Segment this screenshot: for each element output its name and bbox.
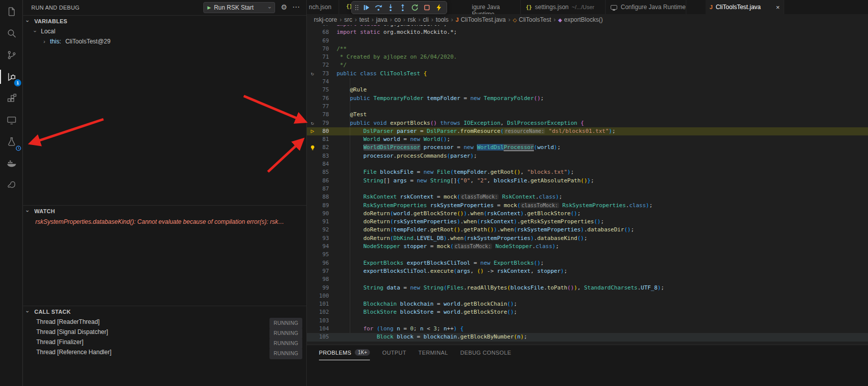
breakpoint-gutter[interactable] — [307, 210, 318, 218]
code-line-105[interactable]: 105 Block block = blockchain.getBlockByN… — [307, 333, 868, 341]
stop-button[interactable] — [421, 2, 432, 13]
breadcrumb-item[interactable]: rskj-core — [314, 16, 337, 23]
breakpoint-gutter[interactable] — [307, 267, 318, 275]
panel-tab-terminal[interactable]: TERMINAL — [418, 345, 448, 360]
watch-expression[interactable]: rskSystemProperties.databaseKind(): Cann… — [23, 217, 306, 227]
call-stack-header[interactable]: › CALL STACK — [23, 306, 306, 317]
code-line-77[interactable]: 77 — [307, 103, 868, 111]
lightbulb-icon[interactable] — [307, 143, 318, 152]
code-line-68[interactable]: 68import static org.mockito.Mockito.*; — [307, 28, 868, 36]
breakpoint-gutter[interactable] — [307, 218, 318, 226]
breadcrumb-item[interactable]: co — [394, 16, 401, 23]
breakpoint-gutter[interactable] — [307, 45, 318, 53]
breakpoint-gutter[interactable] — [307, 333, 318, 341]
breakpoint-gutter[interactable] — [307, 78, 318, 86]
code-line-70[interactable]: 70/** — [307, 45, 868, 53]
step-over-button[interactable] — [373, 2, 384, 13]
code-line-72[interactable]: 72 */ — [307, 61, 868, 69]
more-actions-icon[interactable]: ⋯ — [292, 3, 300, 12]
docker-icon[interactable] — [0, 153, 23, 174]
breakpoint-gutter[interactable] — [307, 284, 318, 292]
launch-config-dropdown[interactable]: ▶ Run RSK Start › — [203, 2, 275, 13]
explorer-icon[interactable] — [0, 1, 23, 22]
remote-explorer-icon[interactable] — [0, 110, 23, 131]
breakpoint-gutter[interactable] — [307, 135, 318, 143]
tab-clitoolstest-java[interactable]: J CliToolsTest.java × — [706, 0, 784, 14]
testing-icon[interactable] — [0, 131, 23, 153]
test-run-icon[interactable]: ↻ — [307, 70, 318, 78]
breakpoint-gutter[interactable] — [307, 317, 318, 325]
code-line-76[interactable]: 76 public TemporaryFolder tempFolder = n… — [307, 94, 868, 103]
panel-tab-debug-console[interactable]: DEBUG CONSOLE — [460, 345, 511, 360]
call-stack-thread[interactable]: Thread [Reference Handler]RUNNING — [23, 347, 306, 357]
code-line-74[interactable]: 74 — [307, 78, 868, 86]
code-line-79[interactable]: ↻79 public void exportBlocks() throws IO… — [307, 119, 868, 127]
panel-tab-output[interactable]: OUTPUT — [382, 345, 406, 360]
code-line-71[interactable]: 71 * Created by ajlopez on 26/04/2020. — [307, 53, 868, 61]
code-line-69[interactable]: 69 — [307, 37, 868, 45]
breakpoint-gutter[interactable] — [307, 103, 318, 111]
breakpoint-gutter[interactable] — [307, 152, 318, 160]
breakpoint-gutter[interactable] — [307, 168, 318, 176]
code-line-104[interactable]: 104 for (long n = 0; n < 3; n++) { — [307, 325, 868, 333]
code-line-99[interactable]: 99 String data = new String(Files.readAl… — [307, 284, 868, 292]
call-stack-thread[interactable]: Thread [Finalizer]RUNNING — [23, 337, 306, 347]
hot-code-replace-icon[interactable] — [433, 2, 445, 13]
breadcrumb-item[interactable]: tools — [436, 16, 448, 23]
code-line-103[interactable]: 103 — [307, 317, 868, 325]
code-line-73[interactable]: ↻73public class CliToolsTest { — [307, 70, 868, 78]
code-line-102[interactable]: 102 BlockStore blockStore = world.getBlo… — [307, 308, 868, 316]
tab-configure-java-runtime[interactable]: Configure Java Runtime — [606, 0, 686, 14]
code-line-88[interactable]: 88 RskContext rskContext = mock(classToM… — [307, 193, 868, 201]
extensions-icon[interactable] — [0, 88, 23, 109]
code-line-92[interactable]: 92 doReturn(tempFolder.getRoot().getPath… — [307, 226, 868, 234]
breakpoint-gutter[interactable] — [307, 185, 318, 193]
close-icon[interactable]: × — [776, 4, 780, 11]
code-line-91[interactable]: 91 doReturn(rskSystemProperties).when(rs… — [307, 218, 868, 226]
breadcrumb-item[interactable]: src — [344, 16, 352, 23]
code-line-81[interactable]: 81 World world = new World(); — [307, 135, 868, 143]
breakpoint-gutter[interactable] — [307, 251, 318, 259]
run-and-debug-icon[interactable]: 1 — [0, 66, 23, 87]
breakpoint-gutter[interactable] — [307, 111, 318, 119]
step-out-button[interactable] — [397, 2, 408, 13]
breadcrumb-item[interactable]: ◇CliToolsTest — [513, 16, 551, 23]
code-line-97[interactable]: 97 exportBlocksCliTool.execute(args, () … — [307, 267, 868, 275]
code-line-93[interactable]: 93 doReturn(DbKind.LEVEL_DB).when(rskSys… — [307, 234, 868, 243]
breakpoint-gutter[interactable] — [307, 177, 318, 185]
continue-button[interactable] — [361, 2, 372, 13]
source-control-icon[interactable] — [0, 44, 23, 66]
panel-tab-problems[interactable]: PROBLEMS1K+ — [319, 345, 370, 360]
breakpoint-gutter[interactable] — [307, 300, 318, 308]
variable-this[interactable]: › this: CliToolsTest@29 — [23, 36, 306, 46]
breadcrumb-item[interactable]: java — [376, 16, 387, 23]
breadcrumb-item[interactable]: JCliToolsTest.java — [456, 16, 506, 23]
gear-icon[interactable]: ⚙ — [281, 3, 287, 11]
code-line-84[interactable]: 84 — [307, 160, 868, 168]
code-line-101[interactable]: 101 Blockchain blockchain = world.getBlo… — [307, 300, 868, 308]
tab-launch-json[interactable]: nch.json — [307, 0, 339, 14]
breakpoint-gutter[interactable] — [307, 259, 318, 267]
call-stack-thread[interactable]: Thread [ReaderThread]RUNNING — [23, 317, 306, 327]
code-line-90[interactable]: 90 doReturn(world.getBlockStore()).when(… — [307, 210, 868, 218]
code-line-95[interactable]: 95 — [307, 251, 868, 259]
breadcrumb-item[interactable]: test — [359, 16, 369, 23]
code-line-89[interactable]: 89 RskSystemProperties rskSystemProperti… — [307, 202, 868, 210]
code-line-100[interactable]: 100 — [307, 292, 868, 300]
breakpoint-gutter[interactable] — [307, 325, 318, 333]
breakpoint-gutter[interactable] — [307, 275, 318, 283]
breakpoint-gutter[interactable] — [307, 160, 318, 168]
watch-header[interactable]: › WATCH — [23, 205, 306, 216]
breakpoint-gutter[interactable] — [307, 202, 318, 210]
breakpoint-gutter[interactable] — [307, 292, 318, 300]
code-line-86[interactable]: 86 String[] args = new String[]{"0", "2"… — [307, 177, 868, 185]
breakpoint-gutter[interactable] — [307, 86, 318, 94]
variables-scope-local[interactable]: › Local — [23, 26, 306, 36]
code-line-85[interactable]: 85 File blocksFile = new File(tempFolder… — [307, 168, 868, 176]
breakpoint-gutter[interactable] — [307, 243, 318, 251]
code-line-78[interactable]: 78 @Test — [307, 111, 868, 119]
code-line-82[interactable]: 82 WorldDslProcessor processor = new Wor… — [307, 143, 868, 152]
code-line-80[interactable]: ▷80 DslParser parser = DslParser.fromRes… — [307, 127, 868, 135]
code-line-87[interactable]: 87 — [307, 185, 868, 193]
breakpoint-gutter[interactable] — [307, 28, 318, 36]
